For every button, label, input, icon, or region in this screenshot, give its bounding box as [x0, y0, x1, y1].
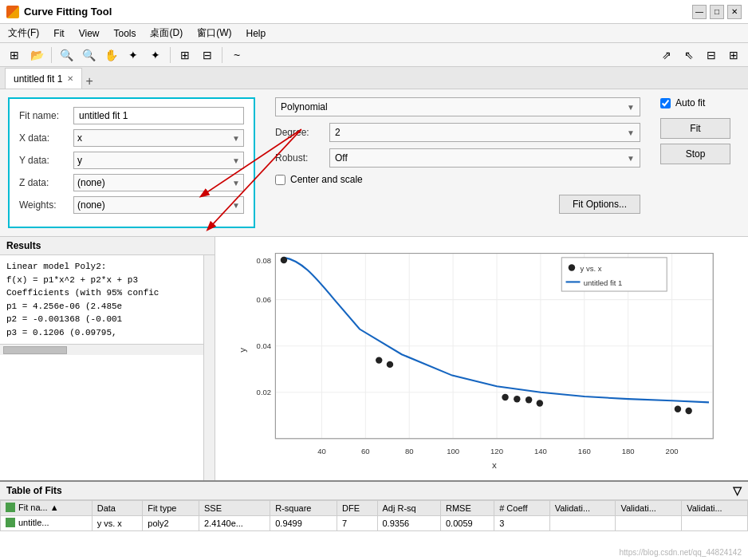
col-header-valid2[interactable]: Validati...	[616, 501, 682, 516]
cell-fittype: poly2	[143, 516, 199, 531]
menu-window[interactable]: 窗口(W)	[194, 25, 234, 41]
svg-point-33	[281, 257, 287, 263]
toolbar-exclude[interactable]: ✦	[146, 45, 165, 65]
chart-svg: y x 0.08 0.06 0.04 0.02 40 60 80 100 120…	[223, 245, 740, 472]
results-hscroll-thumb[interactable]	[3, 346, 67, 354]
weights-select[interactable]: (none) ▼	[73, 196, 244, 214]
result-line-4: p2 = -0.001368 (-0.001	[6, 313, 197, 326]
z-data-row: Z data: (none) ▼	[19, 174, 244, 191]
toolbar-zoom-in[interactable]: 🔍	[57, 45, 76, 65]
cell-valid3	[682, 516, 748, 531]
table-row[interactable]: untitle... y vs. x poly2 2.4140e... 0.94…	[1, 516, 748, 531]
menu-help[interactable]: Help	[242, 26, 269, 41]
minimize-button[interactable]: —	[692, 5, 707, 19]
col-header-rsquare[interactable]: R-square	[270, 501, 337, 516]
menu-tools[interactable]: Tools	[110, 26, 139, 41]
auto-fit-label: Auto fit	[675, 97, 705, 108]
cell-sse: 2.4140e...	[199, 516, 270, 531]
col-header-valid1[interactable]: Validati...	[549, 501, 616, 516]
toolbar: ⊞ 📂 🔍 🔍 ✋ ✦ ✦ ⊞ ⊟ ~ ⇗ ⇖ ⊟ ⊞	[0, 43, 748, 67]
tab-bar: untitled fit 1 ✕ +	[0, 67, 748, 89]
menu-file[interactable]: 文件(F)	[5, 25, 42, 41]
degree-select[interactable]: 2 ▼	[329, 123, 640, 142]
stop-button[interactable]: Stop	[660, 144, 730, 164]
tab-untitled-fit-1[interactable]: untitled fit 1 ✕	[5, 68, 82, 89]
fit-button[interactable]: Fit	[660, 118, 730, 139]
svg-point-43	[569, 264, 575, 270]
app-icon	[6, 6, 19, 18]
result-line-1: f(x) = p1*x^2 + p2*x + p3	[6, 274, 197, 287]
z-data-select[interactable]: (none) ▼	[73, 174, 244, 191]
col-header-fittype[interactable]: Fit type	[143, 501, 199, 516]
toolbar-pan[interactable]: ✋	[101, 45, 120, 65]
table-collapse-icon[interactable]: ▽	[733, 484, 742, 497]
toolbar-zoom-out[interactable]: 🔍	[79, 45, 98, 65]
fit-type-arrow: ▼	[627, 103, 635, 112]
robust-value: Off	[335, 152, 348, 164]
toolbar-grid[interactable]: ⊞	[175, 45, 195, 65]
z-data-arrow: ▼	[232, 179, 240, 187]
results-hscroll[interactable]	[0, 344, 203, 355]
svg-point-40	[675, 406, 681, 412]
auto-fit-checkbox[interactable]	[660, 98, 671, 108]
svg-text:untitled fit 1: untitled fit 1	[584, 278, 623, 287]
toolbar-grid2[interactable]: ⊟	[198, 45, 217, 65]
svg-point-37	[514, 396, 520, 402]
results-vscroll[interactable]	[203, 255, 215, 480]
bottom-section: Table of Fits ▽ Fit na... ▲ Data Fit typ…	[0, 480, 748, 560]
x-data-select[interactable]: x ▼	[73, 129, 244, 147]
cell-rsquare: 0.9499	[270, 516, 337, 531]
svg-point-39	[537, 400, 543, 406]
toolbar-undock[interactable]: ⇗	[657, 45, 676, 65]
col-header-ncoeff[interactable]: # Coeff	[494, 501, 550, 516]
table-title-bar: Table of Fits ▽	[0, 482, 748, 500]
y-data-select[interactable]: y ▼	[73, 152, 244, 169]
col-header-data[interactable]: Data	[92, 501, 143, 516]
fit-type-select[interactable]: Polynomial ▼	[275, 97, 640, 116]
svg-text:140: 140	[534, 447, 547, 455]
tab-label: untitled fit 1	[14, 73, 62, 85]
y-data-arrow: ▼	[232, 156, 240, 165]
toolbar-data[interactable]: ✦	[124, 45, 143, 65]
center-scale-label: Center and scale	[290, 174, 363, 185]
tab-add-button[interactable]: +	[85, 74, 93, 89]
menu-view[interactable]: View	[76, 26, 103, 41]
col-header-adjrsq[interactable]: Adj R-sq	[377, 501, 440, 516]
col-header-dfe[interactable]: DFE	[337, 501, 377, 516]
svg-text:100: 100	[447, 447, 459, 455]
toolbar-script[interactable]: ~	[227, 45, 246, 65]
col-header-fitname[interactable]: Fit na... ▲	[1, 501, 93, 516]
auto-fit-row: Auto fit	[660, 97, 705, 108]
y-data-value: y	[77, 155, 82, 166]
result-line-2: Coefficients (with 95% confic	[6, 286, 197, 300]
toolbar-dock[interactable]: ⊟	[702, 45, 721, 65]
results-title: Results	[0, 237, 215, 255]
robust-arrow: ▼	[627, 154, 635, 163]
center-scale-checkbox[interactable]	[275, 175, 285, 185]
toolbar-grid-view[interactable]: ⊞	[724, 45, 743, 65]
col-header-valid3[interactable]: Validati...	[682, 501, 748, 516]
svg-text:40: 40	[317, 447, 326, 455]
close-button[interactable]: ✕	[727, 5, 742, 19]
z-data-label: Z data:	[19, 177, 73, 188]
svg-text:0.02: 0.02	[257, 388, 272, 396]
col-header-rmse[interactable]: RMSE	[440, 501, 494, 516]
fit-options-button[interactable]: Fit Options...	[559, 195, 640, 214]
toolbar-new[interactable]: ⊞	[5, 45, 24, 65]
table-header-row: Fit na... ▲ Data Fit type SSE R-square D…	[1, 501, 748, 516]
results-panel: Results Linear model Poly2: f(x) = p1*x^…	[0, 237, 215, 480]
toolbar-open[interactable]: 📂	[27, 45, 46, 65]
main-content: Fit name: X data: x ▼ Y data: y ▼ Z data…	[0, 89, 748, 560]
svg-text:0.08: 0.08	[257, 256, 272, 265]
toolbar-float[interactable]: ⇖	[679, 45, 699, 65]
fit-name-input[interactable]	[73, 107, 244, 124]
col-header-sse[interactable]: SSE	[199, 501, 270, 516]
robust-select[interactable]: Off ▼	[329, 148, 640, 168]
menu-desktop[interactable]: 桌面(D)	[147, 25, 186, 41]
svg-text:120: 120	[490, 447, 503, 455]
maximize-button[interactable]: □	[710, 5, 724, 19]
menu-fit[interactable]: Fit	[50, 26, 67, 41]
tab-close-button[interactable]: ✕	[67, 74, 73, 83]
result-line-0: Linear model Poly2:	[6, 260, 197, 274]
svg-point-36	[502, 394, 508, 400]
